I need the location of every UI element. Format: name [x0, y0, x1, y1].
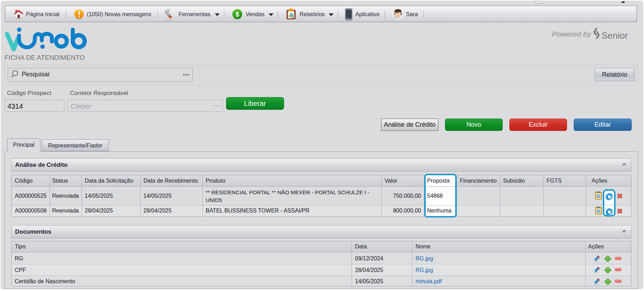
svg-text:$: $: [236, 11, 239, 18]
svg-text:Senior: Senior: [601, 30, 628, 41]
